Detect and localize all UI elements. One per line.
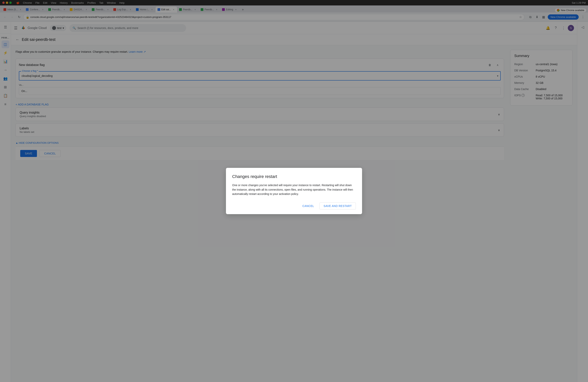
modal-cancel-button[interactable]: CANCEL bbox=[299, 202, 317, 210]
modal-body: One or more changes you've selected will… bbox=[232, 183, 356, 196]
modal-actions: CANCEL SAVE AND RESTART bbox=[232, 202, 356, 210]
modal-overlay: Changes require restart One or more chan… bbox=[0, 0, 588, 382]
modal-title: Changes require restart bbox=[232, 174, 356, 179]
changes-require-restart-modal: Changes require restart One or more chan… bbox=[226, 168, 362, 214]
modal-save-restart-button[interactable]: SAVE AND RESTART bbox=[319, 202, 356, 210]
